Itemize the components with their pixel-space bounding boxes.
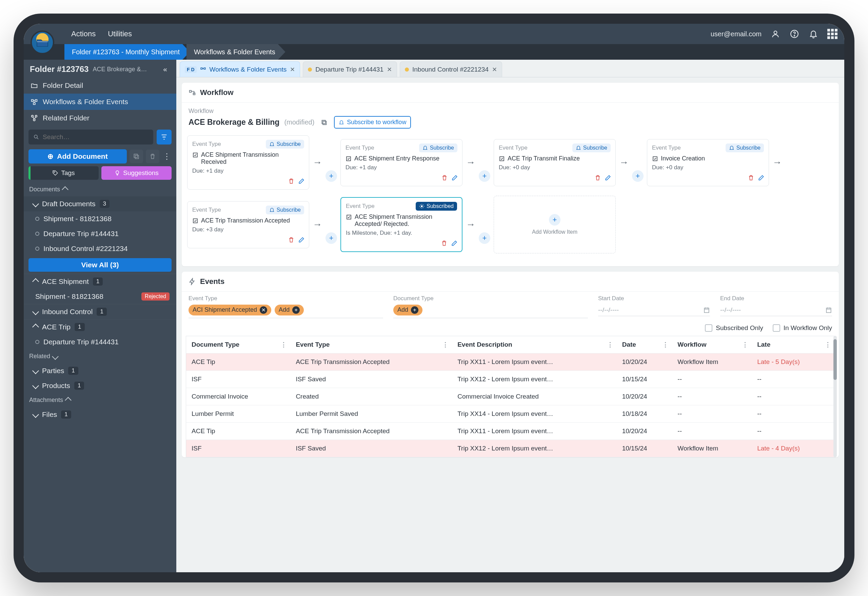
table-header[interactable]: Document Type⋮ (186, 336, 291, 353)
delete-card-button[interactable] (441, 240, 447, 248)
documents-header[interactable]: Documents (24, 182, 176, 197)
group-item[interactable]: Departure Trip #144431 (24, 334, 176, 349)
group-item[interactable]: Shipment - 81821368 Rejected (24, 289, 176, 304)
delete-card-button[interactable] (288, 178, 295, 186)
scrollbar-thumb[interactable] (833, 339, 837, 380)
related-products[interactable]: Products1 (24, 378, 176, 393)
menu-utilities[interactable]: Utilities (108, 30, 132, 38)
group-inbound-control[interactable]: Inbound Control 1 (24, 304, 176, 319)
edit-card-button[interactable] (298, 178, 305, 186)
related-header[interactable]: Related (24, 349, 176, 363)
insert-step-button[interactable]: + (479, 232, 490, 244)
start-date-input[interactable]: --/--/---- (598, 304, 710, 316)
nav-workflows[interactable]: Workflows & Folder Events (24, 94, 176, 110)
view-all-button[interactable]: View All (3) (28, 258, 171, 272)
delete-card-button[interactable] (441, 175, 448, 182)
remove-chip-icon[interactable]: ✕ (260, 306, 267, 314)
draft-item[interactable]: Inbound Control #2221234 (24, 241, 176, 256)
help-icon[interactable] (789, 29, 800, 39)
search-input[interactable] (43, 133, 149, 141)
add-document-button[interactable]: ⊕ Add Document (28, 149, 127, 164)
crumb-folder[interactable]: Folder #123763 - Monthly Shipment (64, 44, 190, 60)
column-menu-icon[interactable]: ⋮ (280, 341, 287, 349)
close-icon[interactable]: ✕ (387, 66, 392, 73)
table-row[interactable]: ISFISF SavedTrip XX12 - Lorem Ipsum even… (186, 440, 835, 457)
table-row[interactable]: ACE TipACE Trip Transmission AcceptedTri… (186, 423, 835, 440)
workflow-card[interactable]: Event TypeSubscribeACE Trip Transmit Fin… (494, 139, 616, 186)
add-workflow-item[interactable]: +Add Workflow Item (494, 196, 616, 253)
scrollbar[interactable] (833, 336, 837, 457)
tab-workflows[interactable]: F D Workflows & Folder Events ✕ (180, 61, 300, 77)
workflow-card[interactable]: Event TypeSubscribeACE Trip Transmission… (187, 201, 309, 248)
table-row[interactable]: Lumber PermitLumber Permit SavedTrip XX1… (186, 405, 835, 423)
table-header[interactable]: Date⋮ (617, 336, 672, 353)
insert-step-button[interactable]: + (632, 170, 644, 182)
draft-item[interactable]: Departure Trip #144431 (24, 226, 176, 241)
insert-step-button[interactable]: + (326, 232, 337, 244)
column-menu-icon[interactable]: ⋮ (607, 341, 613, 349)
insert-step-button[interactable]: + (326, 170, 337, 182)
subscribe-button[interactable]: Subscribe (266, 206, 304, 214)
search-input-wrap[interactable] (28, 130, 153, 145)
user-icon[interactable] (771, 29, 781, 39)
attachments-files[interactable]: Files1 (24, 407, 176, 422)
table-row[interactable]: Commercial InvoiceCreatedCommercial Invo… (186, 388, 835, 405)
filter-chip[interactable]: ACI Shipment Accepted ✕ (189, 305, 271, 315)
close-icon[interactable]: ✕ (492, 66, 497, 73)
workflow-card[interactable]: Event TypeSubscribeACE Shipment Entry Re… (340, 139, 462, 186)
nav-related-folder[interactable]: Related Folder (24, 110, 176, 126)
related-parties[interactable]: Parties1 (24, 363, 176, 378)
subscribed-badge[interactable]: Subscribed (416, 202, 457, 211)
column-menu-icon[interactable]: ⋮ (662, 341, 669, 349)
tags-button[interactable]: Tags (28, 166, 99, 180)
edit-card-button[interactable] (451, 240, 458, 248)
group-ace-trip[interactable]: ACE Trip 1 (24, 319, 176, 334)
draft-item[interactable]: Shipment - 81821368 (24, 211, 176, 226)
copy-workflow-button[interactable] (319, 117, 329, 127)
edit-card-button[interactable] (605, 175, 611, 182)
crumb-workflows[interactable]: Workflows & Folder Events (186, 44, 285, 60)
column-menu-icon[interactable]: ⋮ (442, 341, 449, 349)
delete-button[interactable] (146, 149, 159, 163)
group-ace-shipment[interactable]: ACE Shipment 1 (24, 274, 176, 289)
table-header[interactable]: Workflow⋮ (672, 336, 752, 353)
tab-departure-trip[interactable]: Departure Trip #144431 ✕ (303, 61, 397, 77)
draft-documents-group[interactable]: Draft Documents 3 (24, 197, 176, 211)
attachments-header[interactable]: Attachments (24, 393, 176, 407)
edit-card-button[interactable] (758, 175, 765, 182)
delete-card-button[interactable] (748, 175, 754, 182)
nav-folder-detail[interactable]: Folder Detail (24, 77, 176, 94)
add-filter-chip[interactable]: Add + (393, 305, 422, 315)
table-row[interactable]: ISFISF SavedTrip XX12 - Lorem Ipsum even… (186, 371, 835, 388)
column-menu-icon[interactable]: ⋮ (825, 341, 831, 349)
subscribe-button[interactable]: Subscribe (266, 140, 304, 149)
subscribed-only-checkbox[interactable]: Subscribed Only (705, 324, 763, 332)
subscribe-button[interactable]: Subscribe (572, 143, 611, 152)
table-header[interactable]: Event Type⋮ (290, 336, 452, 353)
tab-inbound-control[interactable]: Inbound Control #2221234 ✕ (400, 61, 502, 77)
more-button[interactable]: ⋮ (162, 152, 171, 161)
end-date-input[interactable]: --/--/---- (720, 304, 832, 316)
edit-card-button[interactable] (451, 175, 458, 182)
workflow-card[interactable]: Event TypeSubscribeACE Shipment Transmis… (187, 135, 309, 189)
bell-icon[interactable] (808, 29, 818, 39)
add-filter-chip[interactable]: Add + (275, 305, 304, 315)
table-row[interactable]: ACE TipACE Trip Transmission AcceptedTri… (186, 353, 835, 371)
delete-card-button[interactable] (288, 237, 295, 245)
workflow-card[interactable]: Event TypeSubscribeInvoice CreationDue: … (647, 139, 769, 186)
apps-icon[interactable] (827, 29, 837, 39)
app-logo[interactable] (31, 31, 54, 54)
collapse-sidebar-icon[interactable]: « (160, 65, 170, 73)
copy-button[interactable] (130, 149, 143, 163)
in-workflow-only-checkbox[interactable]: In Workflow Only (773, 324, 832, 332)
table-header[interactable]: Event Description⋮ (452, 336, 616, 353)
subscribe-button[interactable]: Subscribe (419, 143, 458, 152)
menu-actions[interactable]: Actions (71, 30, 96, 38)
close-icon[interactable]: ✕ (290, 66, 295, 73)
filter-button[interactable] (156, 130, 171, 145)
insert-step-button[interactable]: + (479, 170, 490, 182)
subscribe-button[interactable]: Subscribe (726, 143, 764, 152)
workflow-card[interactable]: Event TypeSubscribedACE Shipment Transmi… (340, 197, 462, 252)
subscribe-workflow-button[interactable]: Subscribe to workflow (334, 116, 411, 129)
suggestions-button[interactable]: Suggestions (101, 166, 171, 180)
